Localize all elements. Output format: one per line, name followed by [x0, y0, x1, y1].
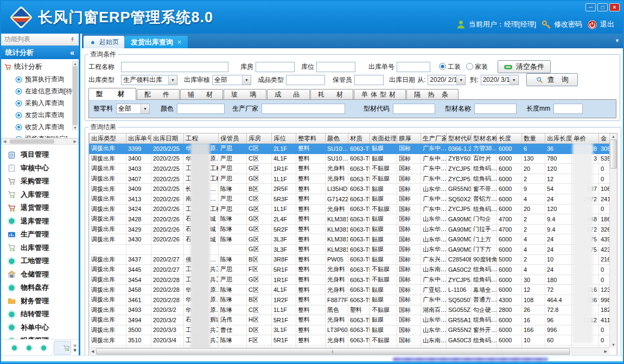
table-row[interactable]: 调拨出库34092020/2/25长…陈琳B区2R5F整料LI35HD6063-… — [90, 184, 617, 194]
column-header-11[interactable]: 膜厚 — [397, 133, 421, 144]
table-row[interactable]: 调拨出库34242020/2/26工工程严思G区1L1F整料光身料6063-T5… — [90, 204, 617, 214]
profile-name-input[interactable] — [474, 104, 517, 114]
radio-jiazhuang[interactable]: 家装 — [466, 62, 488, 72]
sidebar-item-3[interactable]: 入库管理 — [1, 188, 79, 202]
radio-gongzhuang[interactable]: 工装 — [439, 62, 461, 72]
clear-conditions-button[interactable]: 清空条件 — [498, 60, 551, 73]
date-from-select[interactable]: 2020/ 2/16▼ — [428, 75, 466, 85]
column-header-7[interactable]: 整零料 — [296, 133, 326, 144]
table-row[interactable]: 调拨出库34942020/3/2石辉城汤伟H区5R1F整料光身料6063-T5贴… — [90, 315, 617, 325]
project-name-input[interactable] — [121, 62, 228, 72]
tree-root[interactable]: 统计分析 — [4, 62, 71, 72]
cart-shortcut-button[interactable] — [54, 341, 71, 355]
sidebar-item-10[interactable]: 物料盘存 — [1, 281, 79, 295]
maximize-button[interactable]: □ — [597, 3, 608, 11]
column-header-9[interactable]: 材质 — [348, 133, 370, 144]
material-tab-3[interactable]: 玻 璃 — [224, 89, 266, 100]
tree-horizontal-scrollbar[interactable]: ◀▶ — [1, 138, 79, 145]
sidebar-item-11[interactable]: 财务管理 — [1, 295, 79, 308]
order-no-input[interactable] — [397, 62, 430, 72]
material-tab-4[interactable]: 成 品 — [267, 89, 310, 100]
material-tab-2[interactable]: 辅 材 — [180, 89, 223, 100]
date-to-select[interactable]: 2020/ 3/16▼ — [481, 75, 519, 85]
column-header-4[interactable]: 保管员 — [219, 133, 247, 144]
column-header-1[interactable]: 出库单号 — [126, 133, 151, 144]
keeper-input[interactable] — [354, 75, 384, 85]
sidebar-item-5[interactable]: 退库管理 — [1, 215, 79, 228]
material-tab-0[interactable]: 型 材 — [88, 88, 136, 100]
material-tab-7[interactable]: 隔 热 条 — [406, 89, 459, 100]
table-row[interactable]: 调拨出库34582020/2/28华原…陈琳C区4L1F整料光身料6063-T5… — [90, 285, 617, 295]
sidebar-item-0[interactable]: 项目管理 — [1, 148, 79, 162]
tab-close-icon[interactable]: × — [177, 39, 181, 46]
table-row[interactable]: G区3L3F整料KLM38176063-T5贴膜国标山东华…GA90M09…门下… — [90, 244, 617, 254]
profile-code-input[interactable] — [393, 104, 435, 114]
close-button[interactable]: × — [609, 3, 620, 11]
tree-vertical-scrollbar[interactable]: ▲▼ — [72, 61, 78, 130]
sidebar-item-4[interactable]: 退货管理 — [1, 201, 79, 215]
column-header-0[interactable]: 出库类型 — [90, 133, 126, 144]
column-header-10[interactable]: 表面处理 — [370, 133, 397, 144]
minimize-button[interactable]: ─ — [585, 3, 596, 11]
sidebar-item-9[interactable]: 仓储管理 — [1, 268, 79, 282]
manufacturer-input[interactable] — [262, 104, 345, 114]
column-header-8[interactable]: 颜色 — [326, 133, 348, 144]
table-row[interactable]: 调拨出库35002020/3/3工共工程曹佳D区3L1F整料LT3P606063… — [90, 325, 617, 335]
sidebar-item-14[interactable]: 报废管理 — [1, 334, 79, 339]
tab-home[interactable]: 起始页 — [84, 36, 124, 48]
sidebar-item-1[interactable]: 审核中心 — [1, 162, 79, 175]
column-header-17[interactable]: 出库长度 — [545, 133, 572, 144]
table-row[interactable]: 调拨出库34072020/2/25工工程严思G区1L1F整料光身料6063-T5… — [90, 174, 617, 184]
table-row[interactable]: 调拨出库33992020/2/25华原…严思C区2L1F整料SU10…6063-… — [90, 144, 617, 154]
table-row[interactable]: 调拨出库34372020/2/27佛…陈琳B区3R8F整料PW056063-T5… — [90, 254, 617, 265]
sidebar-item-6[interactable]: 生产管理 — [1, 228, 79, 241]
table-row[interactable]: 调拨出库34002020/2/25华原…严思C区4L1F整料SU10…6063-… — [90, 154, 617, 164]
length-input[interactable] — [553, 104, 583, 114]
tab-overflow-icon[interactable]: ▼ — [615, 38, 620, 43]
table-row[interactable]: 调拨出库35102020/3/4工共工程陈琳F区5R1F整料光身料6063-T5… — [90, 335, 617, 346]
column-header-3[interactable]: 工程 — [184, 133, 219, 144]
dot-teal-icon[interactable] — [40, 344, 47, 352]
sidebar-group-statistics[interactable]: 统计分析 « — [1, 46, 79, 59]
table-row[interactable]: 调拨出库34282020/2/26石城陈琳G区2L4F整料KLM38176063… — [90, 214, 617, 225]
sidebar-item-7[interactable]: 出库管理 — [1, 241, 79, 255]
grid-vertical-scrollbar[interactable]: ▲▼ — [609, 133, 617, 348]
tab-shipping-outbound-query[interactable]: 发货出库查询 × — [124, 36, 188, 48]
column-header-16[interactable]: 数量 — [522, 133, 545, 144]
material-tab-5[interactable]: 耗 材 — [310, 89, 353, 100]
tree-item-4[interactable]: 收货入库查询 — [4, 121, 71, 133]
column-header-18[interactable]: 单价 — [572, 133, 599, 144]
table-row[interactable]: 调拨出库34302020/2/26石城陈琳G区3L3F整料KLM38176063… — [90, 234, 617, 245]
color-input[interactable] — [177, 104, 225, 114]
table-row[interactable]: 调拨出库34932020/3/2华原…陈琳C区1L1F整料黑色塑料不贴膜国标湖南… — [90, 305, 617, 315]
sidebar-item-8[interactable]: 工地管理 — [1, 254, 79, 268]
sidebar-item-2[interactable]: 采购管理 — [1, 175, 79, 188]
audit-select[interactable]: 全部▼ — [212, 75, 251, 85]
material-tab-1[interactable]: 配 件 — [137, 89, 180, 100]
sidebar-more-button[interactable]: »▾ — [73, 343, 77, 353]
column-header-6[interactable]: 库位 — [272, 133, 296, 144]
table-row[interactable]: 调拨出库34612020/2/28华原…陈琳B区1R2F整料F8877FT606… — [90, 295, 617, 305]
table-row[interactable]: 调拨出库34292020/2/26石城陈琳G区5R2F整料KLM38176063… — [90, 224, 617, 234]
sidebar-item-12[interactable]: 结转管理 — [1, 308, 79, 321]
tree-item-2[interactable]: 采购入库查询 — [4, 97, 71, 109]
column-header-5[interactable]: 库房 — [247, 133, 272, 144]
material-tab-6[interactable]: 单体型材 — [354, 89, 406, 100]
table-row[interactable]: 调拨出库34452020/2/27工共工程严思F区5R1F整料光身料6063-T… — [90, 265, 617, 275]
collapse-icon[interactable]: « — [70, 48, 74, 57]
tree-item-3[interactable]: 发货出库查询 — [4, 109, 71, 121]
tree-item-1[interactable]: 在途信息查询[待 — [4, 85, 71, 97]
sidebar-item-13[interactable]: 补单中心 — [1, 321, 79, 335]
product-type-input[interactable] — [286, 75, 325, 85]
location-input[interactable] — [316, 62, 355, 72]
grid-horizontal-scrollbar[interactable]: ◀‖▶ — [89, 347, 609, 355]
change-password-link[interactable]: 修改密码 — [542, 20, 582, 29]
table-row[interactable]: 调拨出库34032020/2/25工工程严思G区1R1F整料光身料6063-T5… — [90, 164, 617, 174]
tree-item-0[interactable]: 预算执行查询 — [4, 73, 71, 85]
column-header-2[interactable]: 出库日期 — [151, 133, 184, 144]
column-header-15[interactable]: 长度 — [497, 133, 522, 144]
search-button[interactable]: 查 询 — [526, 73, 578, 86]
column-header-12[interactable]: 生产厂家 — [421, 133, 447, 144]
column-header-14[interactable]: 型材名称 — [472, 133, 497, 144]
dot-teal-icon[interactable] — [11, 344, 18, 352]
